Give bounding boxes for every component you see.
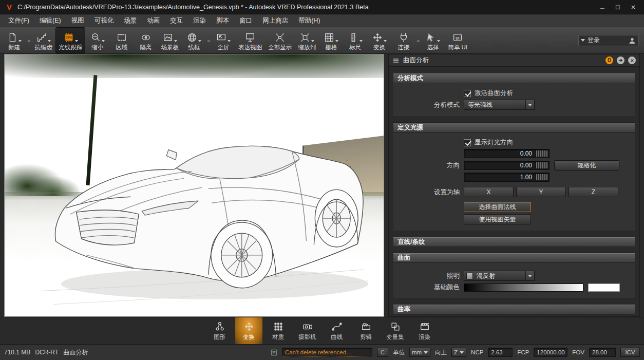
menu-edit[interactable]: 编辑(E) <box>34 15 66 27</box>
toolbar-button-region[interactable]: 区域 <box>109 27 134 53</box>
direction-y-field[interactable]: 0.00 <box>464 161 550 170</box>
show-light-direction-checkbox[interactable] <box>464 139 471 146</box>
bottom-button-render[interactable]: 渲染 <box>411 317 438 344</box>
menu-scene[interactable]: 场景 <box>119 15 142 27</box>
close-button[interactable] <box>628 3 639 12</box>
direction-x-field[interactable]: 0.00 <box>464 149 550 158</box>
toolbar-button-select[interactable]: 选择 <box>421 27 445 53</box>
dropdown-caret-icon[interactable] <box>525 271 534 280</box>
direction-z-field[interactable]: 1.00 <box>464 173 550 182</box>
bottom-button-material[interactable]: 材质 <box>264 317 292 344</box>
toolbar-group-separator <box>206 37 211 44</box>
up-axis-label: 向上 <box>435 349 447 356</box>
menu-rendering[interactable]: 渲染 <box>188 15 211 27</box>
toolbar-button-zoom-to[interactable]: 缩放到 <box>295 27 319 53</box>
dropdown-arrow-icon[interactable] <box>228 40 231 42</box>
dropdown-arrow-icon[interactable] <box>198 40 201 42</box>
lighting-dropdown[interactable]: 漫反射 <box>464 271 535 281</box>
bottom-button-clip[interactable]: 剪辑 <box>352 317 380 344</box>
maximize-button[interactable] <box>612 3 623 12</box>
section-header[interactable]: 曲面 <box>393 253 635 263</box>
axis-z-button[interactable]: Z <box>569 187 618 197</box>
toolbar-button-antialias[interactable]: 抗锯齿 <box>31 27 55 53</box>
bottom-button-transform[interactable]: 变换 <box>235 317 262 344</box>
unit-dropdown[interactable]: mm <box>409 348 430 357</box>
toolbar-button-render-view[interactable]: 表达视图 <box>235 27 265 53</box>
bottom-button-variant-set[interactable]: 变量集 <box>382 317 409 344</box>
menu-interaction[interactable]: 交互 <box>165 15 188 27</box>
render-mode: DCR-RT <box>35 349 59 356</box>
value-dial[interactable] <box>536 174 548 180</box>
menu-file[interactable]: 文件(F) <box>3 15 34 27</box>
base-color-swatch[interactable] <box>588 283 620 292</box>
value-dial[interactable] <box>536 150 548 157</box>
toolbar-button-simple-ui[interactable]: UI 简单 UI <box>445 27 470 53</box>
dropdown-arrow-icon[interactable] <box>359 40 363 42</box>
icv-button[interactable]: ICV <box>620 348 640 357</box>
toolbar-button-sceneplate[interactable]: 场景板 <box>158 27 182 53</box>
dropdown-arrow-icon[interactable] <box>335 40 338 42</box>
docked-badge[interactable]: D <box>605 56 613 64</box>
title-bar[interactable]: V C:/ProgramData/Autodesk/VREDPro-13.3/e… <box>0 0 644 14</box>
panel-header[interactable]: 曲面分析 D <box>389 54 639 67</box>
fcp-field[interactable]: 120000.00 <box>534 348 567 357</box>
menu-script[interactable]: 脚本 <box>211 15 234 27</box>
bottom-button-curve[interactable]: 曲线 <box>323 317 350 344</box>
dropdown-arrow-icon[interactable] <box>437 40 440 42</box>
use-view-vector-button[interactable]: 使用视图矢量 <box>464 214 531 224</box>
menu-animation[interactable]: 动画 <box>142 15 165 27</box>
fov-field[interactable]: 28.00 <box>589 348 616 357</box>
notification-icon[interactable] <box>271 349 277 356</box>
activate-analysis-checkbox[interactable] <box>464 90 471 97</box>
section-header[interactable]: 定义光源 <box>393 122 635 132</box>
menu-help[interactable]: 帮助(H) <box>293 15 325 27</box>
toolbar-button-ruler[interactable]: 标尺 <box>343 27 367 53</box>
ncp-field[interactable]: 2.63 <box>488 348 513 357</box>
panel-body: 分析模式 激活曲面分析 分析模式 等光强线 <box>389 67 639 316</box>
analysis-mode-dropdown[interactable]: 等光强线 <box>464 100 535 110</box>
toolbar-button-new[interactable]: 新建 <box>2 27 26 53</box>
dropdown-arrow-icon[interactable] <box>174 40 177 42</box>
render-viewport[interactable] <box>4 54 384 317</box>
minimize-button[interactable] <box>597 3 608 12</box>
up-axis-dropdown[interactable]: Z <box>451 348 466 357</box>
dropdown-arrow-icon[interactable] <box>75 40 78 42</box>
menu-store[interactable]: 网上商店 <box>257 15 293 27</box>
toolbar-button-raytracing[interactable]: CPU 光线跟踪 <box>55 27 85 53</box>
section-header[interactable]: 分析模式 <box>393 73 635 83</box>
login-control[interactable]: 登录 <box>578 35 639 46</box>
normalize-button[interactable]: 规格化 <box>554 160 619 170</box>
toolbar-button-fullscreen[interactable]: 全屏 <box>211 27 235 53</box>
toolbar-button-isolate[interactable]: 隔离 <box>134 27 158 53</box>
value-dial[interactable] <box>536 162 548 168</box>
axis-y-button[interactable]: Y <box>516 187 566 197</box>
console-button[interactable]: C <box>377 348 388 357</box>
dropdown-arrow-icon[interactable] <box>48 40 51 42</box>
bottom-button-scenegraph[interactable]: 图形 <box>206 317 233 344</box>
section-header[interactable]: 曲率 <box>393 304 635 314</box>
panel-menu-icon[interactable] <box>392 57 400 64</box>
dropdown-caret-icon[interactable] <box>525 100 534 109</box>
undock-panel-button[interactable] <box>617 56 624 64</box>
axis-x-button[interactable]: X <box>464 187 514 197</box>
menu-visualization[interactable]: 可视化 <box>89 15 119 27</box>
base-color-gradient[interactable] <box>464 283 583 292</box>
dropdown-arrow-icon[interactable] <box>311 40 314 42</box>
dropdown-arrow-icon[interactable] <box>102 40 105 42</box>
toolbar-button-grid[interactable]: 栅格 <box>319 27 343 53</box>
section-header[interactable]: 直线/条纹 <box>393 237 635 247</box>
toolbar-button-zoom-out[interactable]: 缩小 <box>85 27 109 53</box>
close-panel-button[interactable] <box>628 56 636 64</box>
toolbar-button-wireframe[interactable]: 线框 <box>182 27 206 53</box>
status-message[interactable]: Can't delete referenced… <box>282 348 372 357</box>
dropdown-arrow-icon[interactable] <box>384 40 387 42</box>
dropdown-arrow-icon[interactable] <box>18 40 22 42</box>
menu-window[interactable]: 窗口 <box>234 15 257 27</box>
bottom-button-camera[interactable]: 摄影机 <box>294 317 321 344</box>
toolbar-button-connect[interactable]: 连接 <box>391 27 415 53</box>
menu-view[interactable]: 视图 <box>66 15 89 27</box>
toolbar-button-transform[interactable]: 变换 <box>367 27 391 53</box>
chevron-down-icon[interactable] <box>581 39 585 42</box>
toolbar-button-show-all[interactable]: 全部显示 <box>265 27 295 53</box>
select-surface-normals-button[interactable]: 选择曲面法线 <box>464 202 531 212</box>
